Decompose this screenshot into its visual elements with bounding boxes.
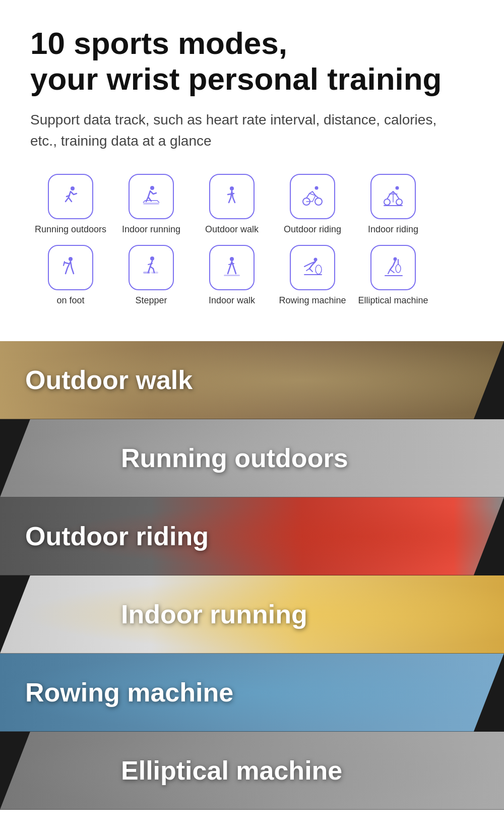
sport-item-on-foot: on foot xyxy=(30,245,111,306)
top-section: 10 sports modes, your wrist personal tra… xyxy=(0,0,504,336)
svg-point-15 xyxy=(230,257,234,261)
banner-label: Elliptical machine xyxy=(0,755,342,786)
svg-point-4 xyxy=(315,186,319,189)
indoor-riding-icon xyxy=(380,183,406,210)
sport-item-elliptical-machine: Elliptical machine xyxy=(353,245,433,306)
title-line2: your wrist personal training xyxy=(30,61,442,96)
subtitle: Support data track, such as heart rate i… xyxy=(30,109,444,152)
svg-rect-2 xyxy=(143,203,159,205)
sport-label: Elliptical machine xyxy=(358,295,428,306)
sport-icon-box xyxy=(48,174,93,219)
banner-outdoor-walk: Outdoor walk xyxy=(0,341,504,419)
outdoor-riding-icon xyxy=(299,183,326,210)
indoor-walk-icon xyxy=(219,254,245,281)
banner-label: Indoor running xyxy=(0,599,307,629)
svg-point-1 xyxy=(150,186,154,190)
sport-icon-box xyxy=(370,245,416,290)
sport-icon-box xyxy=(290,174,335,219)
rowing-machine-icon xyxy=(299,254,326,281)
outdoor-walk-icon xyxy=(219,183,245,210)
sports-grid: Running outdoors Indoor running xyxy=(30,174,474,316)
bottom-section: Outdoor walk Running outdoors Outdoor ri… xyxy=(0,341,504,810)
banner-outdoor-riding: Outdoor riding xyxy=(0,497,504,575)
svg-point-7 xyxy=(396,186,399,189)
indoor-running-icon xyxy=(138,183,164,210)
svg-rect-16 xyxy=(224,275,240,276)
stepper-icon xyxy=(138,254,164,281)
banner-label: Rowing machine xyxy=(0,677,233,707)
sport-item-indoor-riding: Indoor riding xyxy=(353,174,433,235)
svg-point-8 xyxy=(384,199,390,205)
svg-point-0 xyxy=(71,186,75,190)
sports-row-2: on foot Stepper xyxy=(30,245,474,306)
sport-item-rowing-machine: Rowing machine xyxy=(272,245,353,306)
sport-icon-box xyxy=(290,245,335,290)
banner-label: Outdoor riding xyxy=(0,521,209,551)
banner-running-outdoors: Running outdoors xyxy=(0,419,504,497)
sport-icon-box xyxy=(129,245,174,290)
svg-point-12 xyxy=(150,256,154,261)
svg-point-17 xyxy=(314,257,318,261)
on-foot-icon xyxy=(57,254,84,281)
sport-label: Outdoor walk xyxy=(205,224,259,235)
sport-item-running-outdoors: Running outdoors xyxy=(30,174,111,235)
svg-point-6 xyxy=(315,198,322,205)
svg-point-3 xyxy=(230,186,234,190)
banner-label: Running outdoors xyxy=(0,443,348,473)
sport-item-indoor-walk: Indoor walk xyxy=(192,245,272,306)
sport-label: Outdoor riding xyxy=(284,224,341,235)
banner-rowing-machine: Rowing machine xyxy=(0,654,504,732)
banner-indoor-running: Indoor running xyxy=(0,575,504,654)
sport-label: Indoor walk xyxy=(209,295,255,306)
svg-point-21 xyxy=(396,265,401,273)
sport-icon-box xyxy=(370,174,416,219)
sport-label: on foot xyxy=(56,295,84,306)
sport-label: Running outdoors xyxy=(35,224,106,235)
sport-item-outdoor-riding: Outdoor riding xyxy=(272,174,353,235)
elliptical-machine-icon xyxy=(380,254,406,281)
svg-rect-13 xyxy=(143,272,150,274)
sport-label: Rowing machine xyxy=(279,295,346,306)
sport-icon-box xyxy=(129,174,174,219)
svg-point-11 xyxy=(69,257,73,261)
sports-row-1: Running outdoors Indoor running xyxy=(30,174,474,235)
sport-icon-box xyxy=(209,174,255,219)
sport-item-outdoor-walk: Outdoor walk xyxy=(192,174,272,235)
svg-point-9 xyxy=(396,199,402,205)
sport-label: Indoor riding xyxy=(368,224,418,235)
sport-item-stepper: Stepper xyxy=(111,245,192,306)
title-line1: 10 sports modes, xyxy=(30,26,287,60)
main-title: 10 sports modes, your wrist personal tra… xyxy=(30,25,474,97)
sport-item-indoor-running: Indoor running xyxy=(111,174,192,235)
sport-icon-box xyxy=(209,245,255,290)
banner-label: Outdoor walk xyxy=(0,365,193,395)
banner-elliptical-machine: Elliptical machine xyxy=(0,732,504,810)
running-outdoors-icon xyxy=(57,183,84,210)
sport-icon-box xyxy=(48,245,93,290)
sport-label: Indoor running xyxy=(122,224,180,235)
svg-point-18 xyxy=(316,265,322,274)
sport-label: Stepper xyxy=(135,295,167,306)
svg-rect-14 xyxy=(151,272,158,274)
svg-point-20 xyxy=(394,257,397,261)
